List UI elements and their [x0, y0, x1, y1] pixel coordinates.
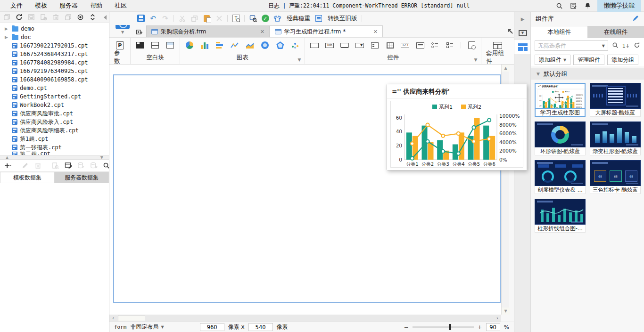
edit-dataset-icon[interactable] [21, 162, 29, 170]
scroll-left-icon[interactable]: ‹ [109, 315, 117, 322]
delete-icon[interactable] [52, 13, 60, 21]
tree-file[interactable]: 1667784082989984.cpt [0, 58, 109, 67]
bar-icon[interactable] [215, 41, 224, 49]
menu-item-3[interactable]: 服务器 [59, 1, 78, 10]
manage-components-button[interactable]: 管理组件 [573, 55, 604, 65]
delete-dataset-icon[interactable] [34, 162, 42, 170]
tree-file[interactable]: 1668400906169858.cpt [0, 75, 109, 84]
scrollbar-thumb[interactable] [118, 315, 145, 321]
paste-template-icon[interactable] [3, 13, 11, 21]
document-tab-1[interactable]: 采购综合分析.frm✕ [146, 25, 270, 37]
component-card-3[interactable]: 环形饼图-酷炫蓝 [535, 121, 586, 155]
report-block-icon[interactable] [467, 41, 476, 49]
copy-icon[interactable] [190, 15, 198, 23]
convert-legacy-icon[interactable] [314, 15, 322, 23]
sort-icon[interactable]: 1↓ [622, 43, 630, 49]
copy-icon[interactable] [64, 13, 72, 21]
cut-icon[interactable] [178, 15, 186, 23]
tree-file[interactable]: 第1题.cpt [0, 135, 109, 143]
tree-file[interactable]: demo.cpt [0, 84, 109, 92]
add-group-button[interactable]: 添加分组 [607, 55, 638, 65]
add-dataset-icon[interactable] [4, 162, 12, 170]
textarea-icon[interactable] [415, 41, 425, 49]
combobox-icon[interactable]: ▼ [355, 41, 364, 49]
canvas-height-input[interactable] [248, 323, 273, 331]
splitter-up-icon[interactable]: ▲ [6, 155, 8, 160]
close-tab-icon[interactable]: ✕ [260, 29, 264, 35]
panel-icon[interactable] [370, 41, 380, 49]
search-components-icon[interactable] [612, 42, 619, 50]
tree-file[interactable]: 第一张报表.cpt [0, 143, 109, 152]
radio-group-icon[interactable] [430, 41, 440, 49]
zoom-slider-thumb[interactable] [449, 324, 451, 330]
component-card-4[interactable]: 渐变柱形图-酷炫蓝 [590, 121, 641, 155]
supplier-chart-component[interactable]: ='' 供应商来料分析'系列1系列202040600%2000%4000%600… [387, 84, 527, 170]
checkbox-group-icon[interactable] [446, 41, 455, 49]
component-card-5[interactable]: 刻度槽型仪表盘-... [535, 160, 586, 194]
zoom-slider[interactable] [413, 326, 474, 328]
preview-data-icon[interactable] [51, 162, 59, 170]
locate-icon[interactable] [76, 13, 84, 21]
menu-item-4[interactable]: 帮助 [90, 1, 102, 10]
redo-icon[interactable]: ↷ [161, 15, 169, 23]
tree-file[interactable]: GettingStarted.cpt [0, 92, 109, 101]
component-card-6[interactable]: 686868三色指标卡-酷炫蓝 [590, 160, 641, 194]
bell-icon[interactable] [583, 1, 592, 10]
tree-folder[interactable]: ▶doc [0, 33, 109, 41]
legend-item[interactable]: 系列1 [432, 104, 453, 111]
component-library-icon[interactable] [514, 40, 531, 54]
chevron-down-icon[interactable]: ▼ [121, 30, 124, 34]
new-tab-icon[interactable] [134, 27, 144, 37]
expand-arrow-icon[interactable]: ▶ [5, 26, 9, 31]
tab-local-components[interactable]: 本地组件 [531, 26, 587, 38]
tree-file[interactable]: 供应商风险明细表.cpt [0, 126, 109, 135]
connect-db-icon[interactable] [77, 162, 85, 170]
document-tab-2[interactable]: 学习生成组件过程.frm *✕ [270, 25, 383, 37]
add-component-button[interactable]: 添加组件▼ [535, 55, 570, 65]
zoom-percent-input[interactable] [486, 323, 500, 331]
tab-list-icon[interactable] [507, 28, 514, 35]
tab-template-dataset[interactable]: 模板数据集 [0, 172, 55, 183]
tree-file[interactable]: 第二题.cpt [0, 152, 109, 155]
tab-server-dataset[interactable]: 服务器数据集 [55, 172, 109, 183]
area-icon[interactable] [245, 41, 255, 49]
splitter-down-icon[interactable]: ▼ [100, 155, 103, 160]
search-icon[interactable] [555, 1, 563, 10]
chevron-down-icon[interactable]: ▼ [297, 57, 301, 62]
edit-pencil-icon[interactable] [632, 15, 639, 23]
column-icon[interactable] [200, 41, 209, 49]
tree-folder[interactable]: ▶demo [0, 24, 109, 33]
refresh-icon[interactable] [15, 13, 23, 21]
line-icon[interactable] [230, 41, 239, 49]
undo-icon[interactable]: ↶ [149, 15, 157, 23]
notes-icon[interactable] [569, 1, 578, 10]
legend-item[interactable]: 系列2 [461, 104, 481, 111]
reuse-component-icon[interactable] [493, 41, 503, 49]
collapse-left-panel-icon[interactable] [101, 13, 109, 21]
widget-settings-icon[interactable]: ▼ [514, 26, 531, 40]
component-card-1[interactable]: ='' 供应商来料分析'系列1系列202040600%2000%4000%600… [535, 83, 586, 117]
horizontal-scrollbar[interactable]: ‹ › [109, 315, 501, 322]
tree-file[interactable]: 1667921976340925.cpt [0, 67, 109, 75]
radar-icon[interactable] [275, 41, 285, 49]
tree-file[interactable]: 1667390221792015.cpt [0, 41, 109, 50]
preview-icon[interactable] [249, 15, 257, 23]
menu-item-2[interactable]: 模板 [35, 1, 47, 10]
block-filled-icon[interactable] [135, 41, 145, 49]
close-icon[interactable] [215, 15, 223, 23]
account-button[interactable]: 懒懒学技能 [597, 0, 641, 12]
close-tab-icon[interactable]: ✕ [373, 29, 378, 35]
block-table-icon[interactable] [165, 41, 175, 49]
tree-file[interactable]: WorkBook2.cpt [0, 101, 109, 109]
tree-file[interactable]: 1667524368443217.cpt [0, 50, 109, 58]
group-header-default[interactable]: ▼ 默认分组 [531, 68, 644, 80]
scroll-up-icon[interactable]: ▲ [502, 65, 510, 72]
chart-component[interactable]: ='' 供应商来料分析'系列1系列202040600%2000%4000%600… [387, 84, 527, 170]
pie-icon[interactable] [185, 41, 194, 49]
chevron-down-icon[interactable]: ▼ [474, 57, 477, 62]
panel-splitter[interactable]: ▲ = ▼ [0, 155, 109, 160]
validate-icon[interactable]: ✓ [261, 15, 269, 23]
scatter-icon[interactable] [290, 41, 300, 49]
parameter-icon[interactable]: P [115, 41, 124, 49]
canvas-width-input[interactable] [200, 323, 224, 331]
